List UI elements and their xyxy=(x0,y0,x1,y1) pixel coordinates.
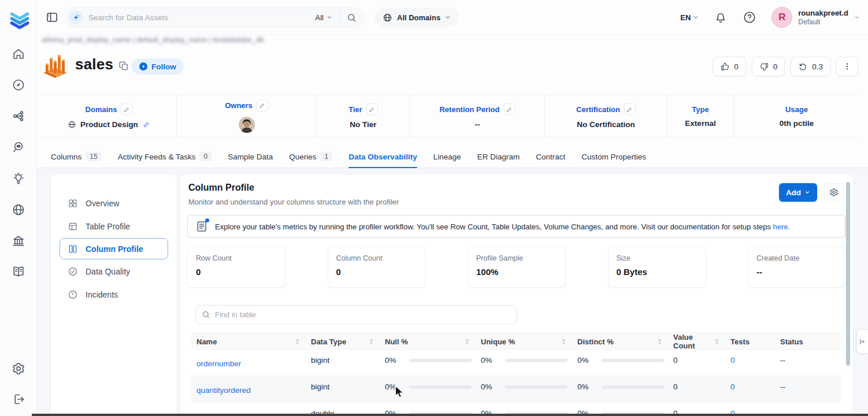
entity-tabs: Columns15 Activity Feeds & Tasks0 Sample… xyxy=(37,146,868,168)
edit-domains-icon[interactable] xyxy=(121,103,132,115)
copy-icon[interactable] xyxy=(118,60,129,72)
more-actions-button[interactable] xyxy=(836,57,858,76)
sidebar-toggle-icon[interactable] xyxy=(45,10,59,24)
meta-retention: Retention Period -- xyxy=(410,95,545,137)
tab-lineage[interactable]: Lineage xyxy=(433,146,461,168)
follow-button[interactable]: ✦ Follow xyxy=(132,58,184,75)
version-button[interactable]: 0.3 xyxy=(791,57,830,76)
glossary-book-icon[interactable] xyxy=(12,265,25,278)
table-row: quantityordered bigint 0% 0% 0% 0 0 -- xyxy=(191,376,841,403)
subnav-table-profile[interactable]: Table Profile xyxy=(51,215,177,238)
sort-icon[interactable] xyxy=(295,337,300,346)
user-menu[interactable]: R rounakpreet.d Default xyxy=(771,7,860,28)
add-button[interactable]: Add xyxy=(779,183,817,202)
language-dropdown[interactable]: EN xyxy=(680,13,699,22)
edit-tier-icon[interactable] xyxy=(366,103,378,115)
link-icon[interactable] xyxy=(142,121,150,129)
unique-progress-bar xyxy=(505,385,567,389)
downvote-button[interactable]: 0 xyxy=(752,57,785,76)
subnav-column-profile[interactable]: Column Profile xyxy=(60,238,168,259)
search-scope-dropdown[interactable]: All xyxy=(316,13,332,22)
column-name-link[interactable]: ordernumber xyxy=(191,350,306,376)
sort-icon[interactable] xyxy=(657,337,662,346)
globe-icon xyxy=(68,120,76,129)
unique-pct-cell: 0% xyxy=(476,350,572,376)
columns-icon xyxy=(68,244,78,254)
app-logo-icon[interactable] xyxy=(9,8,31,30)
unique-pct-cell: 0% xyxy=(476,376,572,402)
search-input[interactable] xyxy=(88,13,316,22)
value-count-cell: 0 xyxy=(668,376,725,402)
tab-sample-data[interactable]: Sample Data xyxy=(228,146,273,168)
ai-sparkle-icon xyxy=(69,10,83,24)
sort-icon[interactable] xyxy=(714,337,719,346)
col-header-name[interactable]: Name xyxy=(191,333,306,350)
type-value: External xyxy=(685,119,715,128)
tab-queries[interactable]: Queries1 xyxy=(289,146,332,168)
col-header-unique[interactable]: Unique % xyxy=(476,333,572,350)
check-circle-icon xyxy=(68,266,78,277)
stat-profile-sample: Profile Sample 100% xyxy=(468,246,566,288)
chevron-down-icon xyxy=(445,14,451,20)
settings-gear-icon[interactable] xyxy=(12,362,25,376)
col-header-data-type[interactable]: Data Type xyxy=(306,333,380,350)
globe-icon xyxy=(383,13,392,23)
breadcrumb[interactable]: athena_prod_display_name | default_displ… xyxy=(42,36,264,44)
logout-icon[interactable] xyxy=(12,392,25,406)
search-icon xyxy=(202,310,210,319)
subnav-overview[interactable]: Overview xyxy=(51,192,177,215)
chevron-down-icon xyxy=(327,14,332,20)
help-icon[interactable] xyxy=(743,10,756,24)
tests-link[interactable]: 0 xyxy=(725,376,775,402)
entity-header: athena_prod_display_name | default_displ… xyxy=(37,35,868,168)
observability-content: Overview Table Profile Column Profile Da… xyxy=(37,168,868,416)
edit-retention-icon[interactable] xyxy=(504,103,515,115)
notifications-bell-icon[interactable] xyxy=(714,10,728,24)
user-workspace: Default xyxy=(798,18,848,27)
tests-link[interactable]: 0 xyxy=(725,350,775,376)
tab-custom-properties[interactable]: Custom Properties xyxy=(581,146,646,168)
tab-columns[interactable]: Columns15 xyxy=(51,146,102,168)
subnav-incidents[interactable]: Incidents xyxy=(51,283,177,306)
col-header-null[interactable]: Null % xyxy=(380,333,476,350)
tab-contract[interactable]: Contract xyxy=(536,146,565,168)
tab-er-diagram[interactable]: ER Diagram xyxy=(477,146,520,168)
sort-icon[interactable] xyxy=(465,337,470,346)
insights-bulb-icon[interactable] xyxy=(12,172,25,185)
upvote-button[interactable]: 0 xyxy=(713,57,746,76)
sort-icon[interactable] xyxy=(561,337,566,346)
docs-link[interactable]: here. xyxy=(773,222,791,231)
find-in-table[interactable] xyxy=(195,305,517,324)
edit-certification-icon[interactable] xyxy=(624,103,636,115)
tab-activity-feeds[interactable]: Activity Feeds & Tasks0 xyxy=(118,146,212,168)
panel-subtitle: Monitor and understand your columns stru… xyxy=(188,198,399,206)
lineage-network-icon[interactable] xyxy=(12,109,25,123)
subnav-data-quality[interactable]: Data Quality xyxy=(51,260,177,283)
column-name-link[interactable]: quantityordered xyxy=(191,376,306,402)
col-header-distinct[interactable]: Distinct % xyxy=(572,333,668,350)
profiler-settings-button[interactable] xyxy=(824,183,844,202)
table-row: ordernumber bigint 0% 0% 0% 0 0 -- xyxy=(191,350,841,376)
search-submit-icon[interactable] xyxy=(347,13,357,23)
global-search[interactable]: All xyxy=(65,8,364,27)
col-header-value-count[interactable]: Value Count xyxy=(668,333,725,350)
edit-owners-icon[interactable] xyxy=(257,100,268,112)
find-in-table-input[interactable] xyxy=(215,310,511,319)
domain-value[interactable]: Product Design xyxy=(80,120,138,129)
home-icon[interactable] xyxy=(12,47,25,61)
lineage-panel-handle[interactable] xyxy=(856,329,868,354)
certification-value: No Certification xyxy=(577,120,635,129)
tab-data-observability[interactable]: Data Observability xyxy=(348,146,417,168)
explore-compass-icon[interactable] xyxy=(12,78,25,92)
governance-bank-icon[interactable] xyxy=(12,234,25,248)
owner-avatar[interactable] xyxy=(239,117,255,133)
domains-globe-icon[interactable] xyxy=(12,203,25,217)
panel-scrollbar[interactable] xyxy=(846,182,850,366)
all-domains-dropdown[interactable]: All Domains xyxy=(374,8,459,27)
value-count-cell: 0 xyxy=(668,350,725,376)
sort-icon[interactable] xyxy=(369,337,374,346)
follow-star-icon: ✦ xyxy=(139,62,147,70)
discovery-search-icon[interactable] xyxy=(12,140,25,154)
distinct-pct-cell: 0% xyxy=(572,350,668,376)
athena-table-icon xyxy=(42,51,69,79)
